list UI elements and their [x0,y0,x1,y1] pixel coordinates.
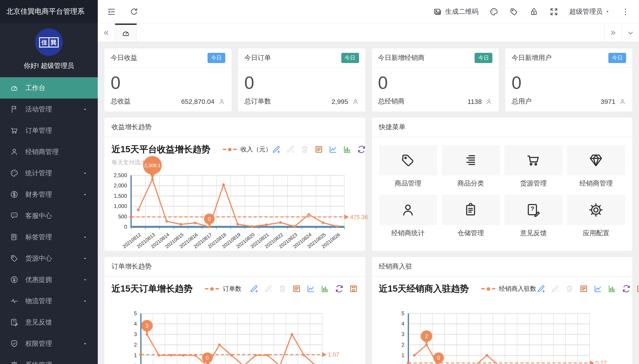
toolbox-save-image-button[interactable] [349,284,358,294]
stat-card-title: 今日收益 [111,54,137,62]
panel-title: 经销商入驻 [372,257,632,276]
generate-qr-button[interactable]: 生成二维码 [433,7,479,16]
tag-icon [509,7,519,16]
chart-body: 近15天平台收益增长趋势 收入（元） 每天支付流水总量05001,0001,50… [104,137,365,251]
toolbox-data-view-button[interactable] [292,284,301,294]
toolbox-brush-remove-button[interactable] [286,145,295,154]
toolbox-line-chart-button[interactable] [306,284,315,294]
quick-menu-cell-0: 商品管理 [379,145,437,188]
toolbox-brush-clear-button[interactable] [277,284,287,294]
legend-dash-icon [233,149,237,150]
sidebar-item-13[interactable]: 系统管理 [0,354,98,364]
toolbox-line-chart-button[interactable] [593,284,602,294]
sidebar-item-1[interactable]: 活动管理 [0,98,98,120]
quick-menu-item-1[interactable] [442,145,500,175]
quick-menu-item-4[interactable] [379,195,437,225]
legend-dash-icon [216,288,219,290]
collapse-sidebar-button[interactable] [107,7,116,16]
flag-icon [10,105,19,114]
tabbar-spacer [137,24,604,42]
toolbox-brush-clear-button[interactable] [300,145,309,154]
qr-label: 生成二维码 [445,7,479,16]
fullscreen-button[interactable] [549,7,559,16]
legend-dash-icon [492,288,495,290]
sidebar-item-11[interactable]: 意见反馈 [0,312,98,333]
toolbox-brush-add-button[interactable] [249,284,258,294]
stat-card-body: 0 [238,68,365,97]
tabs-scroll-right-button[interactable] [604,24,622,42]
legend-label: 订单数 [223,285,241,293]
sidebar-item-3[interactable]: 经销商管理 [0,141,98,162]
tabs-dropdown-button[interactable] [622,24,639,42]
sidebar-item-2[interactable]: 订单管理 [0,120,98,141]
toolbox-data-view-button[interactable] [314,145,324,154]
toolbox-brush-clear-button[interactable] [565,284,574,294]
kebab-icon [621,7,630,16]
pulse-icon [10,296,19,306]
tag-icon [400,152,416,168]
person-icon [485,98,493,105]
toolbox-brush-remove-button[interactable] [551,284,560,294]
svg-text:3: 3 [401,331,404,337]
sidebar-item-4[interactable]: 统计管理 [0,162,98,184]
sidebar-item-7[interactable]: 标签管理 [0,226,98,248]
sidebar-item-6[interactable]: 客服中心 [0,205,98,226]
user-menu[interactable]: 超级管理员 [569,7,610,16]
chart-legend[interactable]: 订单数 [205,285,241,293]
sidebar-item-0[interactable]: 工作台 [0,77,98,98]
chart-legend[interactable]: 经销商入驻数 [481,285,536,293]
quick-menu-item-2[interactable] [504,145,563,175]
collapse-icon [107,7,116,16]
theme-button[interactable] [489,7,499,16]
toolbox-brush-remove-button[interactable] [263,284,273,294]
caret-down-icon [82,341,88,346]
panel-title: 收益增长趋势 [104,118,365,137]
toolbox-data-view-button[interactable] [579,284,588,294]
sidebar-item-8[interactable]: 货源中心 [0,248,98,269]
chart-header: 近15天平台收益增长趋势 收入（元） [112,144,358,155]
tag-button[interactable] [509,7,519,16]
stat-card-value: 0 [111,72,121,92]
toolbox-bar-chart-button[interactable] [320,284,330,294]
sidebar-item-12[interactable]: 权限管理 [0,333,98,354]
toolbox-restore-button[interactable] [357,145,366,154]
toolbox-brush-add-button[interactable] [272,145,281,154]
tabs-scroll-left-button[interactable] [98,24,115,42]
legend-dot-icon [210,287,214,290]
person-icon [218,98,225,105]
sidebar-item-label: 订单管理 [25,126,88,135]
chart-legend[interactable]: 收入（元） [223,146,272,153]
toolbox-bar-chart-button[interactable] [607,284,617,294]
more-menu-button[interactable] [621,7,630,16]
sidebar-item-9[interactable]: 优惠提拥 [0,269,98,290]
quick-menu-label: 经销商管理 [567,179,625,188]
toolbox-bar-chart-button[interactable] [343,145,352,154]
sidebar-item-10[interactable]: 物流管理 [0,290,98,312]
quick-menu-title: 快捷菜单 [372,118,632,137]
svg-text:3: 3 [134,331,137,337]
svg-text:2,309.1: 2,309.1 [144,163,160,168]
svg-text:1.07: 1.07 [328,351,339,358]
sidebar-item-5[interactable]: 财务管理 [0,184,98,205]
tab-dashboard[interactable] [115,24,137,42]
profile-block: 佳 巽 你好! 超级管理员 [0,23,98,70]
toolbox-restore-button[interactable] [622,284,631,294]
quick-menu-item-5[interactable] [442,195,500,225]
refresh-button[interactable] [129,7,139,16]
toolbox-line-chart-button[interactable] [329,145,338,154]
quick-menu-item-7[interactable] [567,195,625,225]
caret-down-icon [605,9,610,14]
stat-cards-row: 今日收益 今日 0 总收益 652,870.04 今日订单 今日 0 总订单数 … [104,48,632,112]
lock-screen-button[interactable] [529,7,539,16]
chart-title: 近15天平台收益增长趋势 [112,144,210,155]
tabbar [98,23,639,42]
quick-menu-item-6[interactable] [504,195,563,225]
stat-total-label: 总用户 [512,97,532,106]
toolbox-save-image-button[interactable] [636,284,639,294]
quick-menu-item-0[interactable] [379,145,437,175]
toolbox-restore-button[interactable] [334,284,344,294]
stat-card-head: 今日订单 今日 [238,48,365,68]
today-badge: 今日 [341,53,359,63]
quick-menu-item-3[interactable] [567,145,625,175]
toolbox-brush-add-button[interactable] [536,284,546,294]
